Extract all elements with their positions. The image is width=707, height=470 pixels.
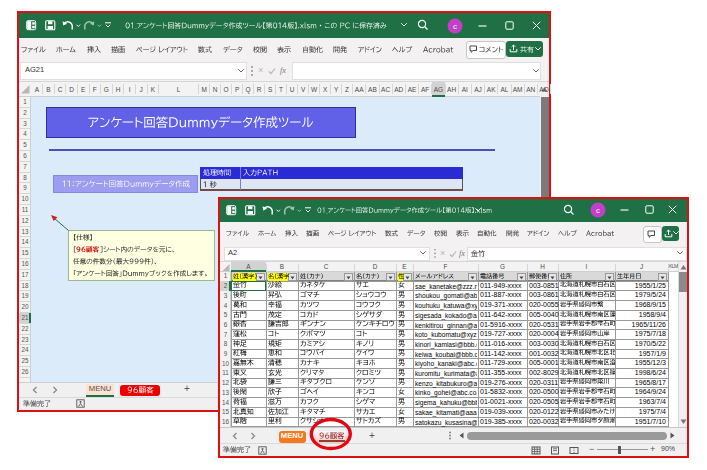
svg-text:c: c (596, 206, 600, 215)
svg-text:c: c (453, 22, 457, 31)
